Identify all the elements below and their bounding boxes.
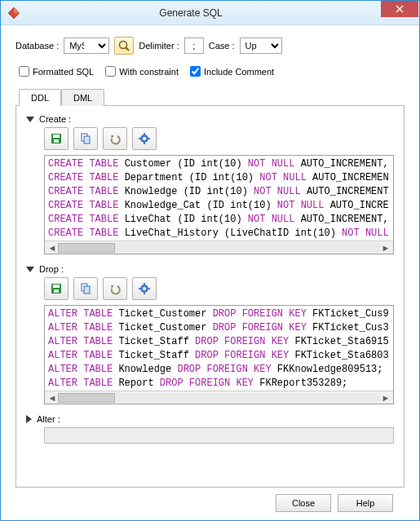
save-icon (50, 282, 63, 295)
svg-rect-17 (139, 138, 141, 139)
scroll-thumb[interactable] (58, 393, 115, 403)
settings-row: Database : MySQL Delimiter : Case : Uppe… (15, 37, 405, 55)
copy-icon (79, 282, 92, 295)
preview-button[interactable] (114, 37, 134, 55)
svg-rect-8 (53, 135, 60, 138)
case-label: Case : (209, 41, 235, 51)
app-icon (7, 7, 20, 20)
scroll-track[interactable] (58, 243, 380, 253)
svg-line-5 (126, 48, 130, 51)
code-line: ALTER TABLE Ticket_Customer DROP FOREIGN… (48, 307, 390, 321)
create-toolbar (44, 127, 394, 150)
svg-rect-18 (148, 138, 150, 139)
svg-rect-15 (144, 133, 145, 135)
drop-section: Drop : (26, 264, 394, 404)
copy-icon (79, 132, 92, 145)
close-icon (396, 5, 404, 13)
svg-marker-24 (111, 285, 114, 289)
code-line: ALTER TABLE Ticket_Staff DROP FOREIGN KE… (48, 335, 390, 349)
delimiter-input[interactable] (184, 38, 204, 54)
create-hscrollbar[interactable]: ◄ ► (45, 241, 393, 254)
scroll-right-icon[interactable]: ► (380, 393, 391, 403)
code-line: ALTER TABLE Knowledge DROP FOREIGN KEY F… (48, 363, 390, 377)
svg-rect-28 (144, 292, 145, 294)
save-icon (50, 132, 63, 145)
code-line: CREATE TABLE Customer (ID int(10) NOT NU… (48, 157, 390, 171)
svg-rect-29 (139, 288, 141, 289)
drop-settings-button[interactable] (132, 277, 157, 300)
with-constraint-check[interactable] (105, 66, 116, 77)
create-collapse-toggle[interactable] (26, 117, 34, 122)
svg-rect-23 (84, 286, 90, 294)
magnify-icon (117, 39, 130, 52)
include-comment-check[interactable] (190, 66, 201, 77)
database-label: Database : (15, 41, 59, 51)
with-constraint-checkbox[interactable]: With constraint (105, 66, 179, 77)
drop-hscrollbar[interactable]: ◄ ► (45, 391, 393, 404)
code-line: CREATE TABLE LiveChat_History (LiveChatI… (48, 227, 390, 241)
svg-rect-27 (144, 283, 145, 285)
create-label: Create : (39, 114, 71, 124)
formatted-sql-label: Formatted SQL (33, 67, 94, 77)
svg-marker-12 (111, 135, 114, 139)
alter-section: Alter : (26, 414, 394, 444)
gear-icon (138, 282, 151, 295)
window-close-button[interactable] (381, 1, 418, 17)
database-select[interactable]: MySQL (64, 38, 109, 54)
drop-label: Drop : (39, 264, 64, 274)
include-comment-checkbox[interactable]: Include Comment (190, 66, 274, 77)
code-line: ALTER TABLE Ticket_Customer DROP FOREIGN… (48, 321, 390, 335)
svg-rect-30 (148, 288, 150, 289)
tab-panel-ddl: Create : (15, 106, 405, 488)
code-line: CREATE TABLE LiveChat (ID int(10) NOT NU… (48, 213, 390, 227)
create-save-button[interactable] (44, 127, 69, 150)
case-select[interactable]: Upper (240, 38, 282, 54)
code-line: ALTER TABLE Report DROP FOREIGN KEY FKRe… (48, 377, 390, 391)
alter-label: Alter : (37, 414, 60, 424)
create-settings-button[interactable] (132, 127, 157, 150)
svg-rect-16 (144, 142, 145, 144)
create-section: Create : (26, 114, 394, 254)
svg-point-14 (143, 137, 146, 140)
scroll-left-icon[interactable]: ◄ (46, 393, 58, 403)
create-undo-button[interactable] (103, 127, 127, 150)
help-button[interactable]: Help (338, 494, 393, 512)
close-button[interactable]: Close (276, 494, 331, 512)
drop-undo-button[interactable] (103, 277, 127, 300)
include-comment-label: Include Comment (204, 67, 274, 77)
svg-rect-9 (54, 139, 59, 143)
code-line: CREATE TABLE Department (ID int(10) NOT … (48, 171, 390, 185)
window-title: Generate SQL (1, 7, 381, 19)
dialog-footer: Close Help (15, 488, 405, 512)
drop-save-button[interactable] (44, 277, 69, 300)
scroll-thumb[interactable] (58, 243, 115, 253)
scroll-left-icon[interactable]: ◄ (46, 243, 58, 253)
tab-dml[interactable]: DML (61, 89, 104, 106)
code-line: CREATE TABLE Knowledge_Cat (ID int(10) N… (48, 199, 390, 213)
create-copy-button[interactable] (73, 127, 98, 150)
tab-strip: DDL DML (15, 88, 405, 106)
svg-rect-21 (54, 289, 59, 293)
scroll-right-icon[interactable]: ► (380, 243, 391, 253)
alter-code-area (44, 427, 394, 444)
delimiter-label: Delimiter : (139, 41, 179, 51)
formatted-sql-check[interactable] (19, 66, 29, 77)
alter-collapse-toggle[interactable] (26, 415, 32, 423)
drop-toolbar (44, 277, 394, 300)
with-constraint-label: With constraint (119, 67, 179, 77)
svg-point-26 (143, 287, 146, 290)
tab-ddl[interactable]: DDL (19, 89, 61, 106)
drop-code-area[interactable]: ALTER TABLE Ticket_Customer DROP FOREIGN… (44, 305, 394, 404)
drop-collapse-toggle[interactable] (26, 267, 34, 272)
svg-rect-20 (53, 285, 60, 288)
gear-icon (138, 132, 151, 145)
titlebar: Generate SQL (1, 1, 419, 25)
options-row: Formatted SQL With constraint Include Co… (15, 66, 405, 77)
drop-copy-button[interactable] (73, 277, 98, 300)
scroll-track[interactable] (58, 393, 380, 403)
code-line: ALTER TABLE Ticket_Staff DROP FOREIGN KE… (48, 349, 390, 363)
create-code-area[interactable]: CREATE TABLE Customer (ID int(10) NOT NU… (44, 155, 394, 254)
formatted-sql-checkbox[interactable]: Formatted SQL (19, 66, 94, 77)
dialog-content: Database : MySQL Delimiter : Case : Uppe… (1, 25, 419, 520)
code-line: CREATE TABLE Knowledge (ID int(10) NOT N… (48, 185, 390, 199)
